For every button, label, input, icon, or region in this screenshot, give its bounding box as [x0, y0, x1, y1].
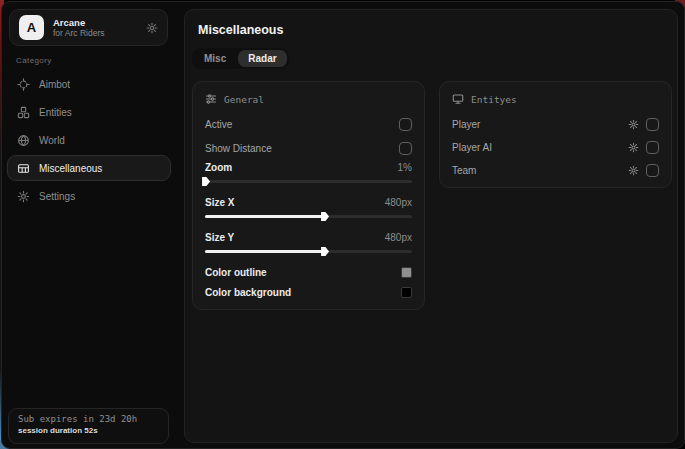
team-row: Team — [452, 162, 659, 178]
general-card: General Active Show Distance Zoom 1% — [192, 81, 425, 310]
color-background-label: Color background — [205, 287, 291, 298]
sidebar-item-label: Aimbot — [39, 79, 70, 90]
size-y-value: 480px — [385, 232, 412, 243]
crosshair-icon — [17, 78, 30, 91]
sidebar-item-miscellaneous[interactable]: Miscellaneous — [7, 155, 171, 181]
category-label: Category — [16, 56, 52, 65]
player-checkbox[interactable] — [646, 118, 659, 131]
zoom-label: Zoom — [205, 162, 232, 173]
show-distance-row: Show Distance — [205, 140, 412, 156]
slider-thumb[interactable] — [321, 212, 329, 221]
sidebar-item-entities[interactable]: Entities — [7, 99, 171, 125]
sidebar-item-settings[interactable]: Settings — [7, 183, 171, 209]
general-card-title: General — [224, 94, 264, 105]
color-outline-row: Color outline — [205, 264, 412, 280]
size-y-slider[interactable] — [205, 247, 412, 256]
sidebar-nav: Aimbot Entities — [7, 71, 171, 211]
zoom-value: 1% — [398, 162, 412, 173]
team-label: Team — [452, 165, 628, 176]
slider-thumb[interactable] — [202, 177, 210, 186]
team-checkbox[interactable] — [646, 164, 659, 177]
entities-card: Entityes Player Player AI — [439, 81, 672, 188]
main-panel: Miscellaneous Misc Radar Gene — [184, 9, 678, 443]
session-duration: session duration 52s — [18, 426, 159, 435]
app-window: A Arcane for Arc Riders Category — [1, 1, 685, 449]
size-y-row: Size Y 480px — [205, 229, 412, 245]
active-label: Active — [205, 119, 232, 130]
gear-icon[interactable] — [628, 165, 639, 176]
sidebar-item-label: Miscellaneous — [39, 163, 102, 174]
subscription-card: Sub expires in 23d 20h session duration … — [8, 408, 169, 444]
page-title: Miscellaneous — [198, 23, 283, 37]
sidebar-item-world[interactable]: World — [7, 127, 171, 153]
size-x-row: Size X 480px — [205, 194, 412, 210]
slider-track — [205, 180, 412, 183]
entities-card-header: Entityes — [452, 93, 659, 105]
tab-radar[interactable]: Radar — [238, 50, 286, 67]
gear-icon — [17, 190, 30, 203]
app-logo: A — [19, 15, 44, 40]
size-y-label: Size Y — [205, 232, 234, 243]
sidebar-item-label: Entities — [39, 107, 72, 118]
zoom-slider[interactable] — [205, 177, 412, 186]
sidebar-item-aimbot[interactable]: Aimbot — [7, 71, 171, 97]
cards-row: General Active Show Distance Zoom 1% — [192, 81, 672, 310]
player-label: Player — [452, 119, 628, 130]
sidebar-item-label: Settings — [39, 191, 75, 202]
globe-icon — [17, 134, 30, 147]
app-subtitle: for Arc Riders — [53, 28, 137, 38]
tab-misc[interactable]: Misc — [194, 50, 236, 67]
size-x-value: 480px — [385, 197, 412, 208]
app-header-card: A Arcane for Arc Riders — [9, 9, 168, 46]
subscription-expiry: Sub expires in 23d 20h — [18, 414, 159, 424]
general-card-header: General — [205, 93, 412, 105]
sidebar: A Arcane for Arc Riders Category — [2, 2, 178, 448]
grid-icon — [17, 162, 30, 175]
boxes-icon — [17, 106, 30, 119]
gear-icon[interactable] — [146, 22, 158, 34]
color-outline-swatch[interactable] — [401, 267, 412, 278]
color-background-swatch[interactable] — [401, 287, 412, 298]
app-name: Arcane — [53, 17, 137, 28]
sidebar-item-label: World — [39, 135, 65, 146]
slider-fill — [205, 215, 325, 218]
size-x-label: Size X — [205, 197, 234, 208]
color-outline-label: Color outline — [205, 267, 267, 278]
tab-bar: Misc Radar — [192, 48, 289, 69]
monitor-icon — [452, 93, 464, 105]
slider-thumb[interactable] — [321, 247, 329, 256]
size-x-slider[interactable] — [205, 212, 412, 221]
zoom-row: Zoom 1% — [205, 159, 412, 175]
color-background-row: Color background — [205, 284, 412, 300]
gear-icon[interactable] — [628, 142, 639, 153]
player-ai-label: Player AI — [452, 142, 628, 153]
player-row: Player — [452, 116, 659, 132]
active-row: Active — [205, 116, 412, 132]
sliders-icon — [205, 93, 217, 105]
entities-card-title: Entityes — [471, 94, 517, 105]
gear-icon[interactable] — [628, 119, 639, 130]
app-header-texts: Arcane for Arc Riders — [53, 17, 137, 39]
show-distance-label: Show Distance — [205, 143, 272, 154]
active-checkbox[interactable] — [399, 118, 412, 131]
show-distance-checkbox[interactable] — [399, 142, 412, 155]
player-ai-checkbox[interactable] — [646, 141, 659, 154]
slider-fill — [205, 250, 325, 253]
player-ai-row: Player AI — [452, 139, 659, 155]
